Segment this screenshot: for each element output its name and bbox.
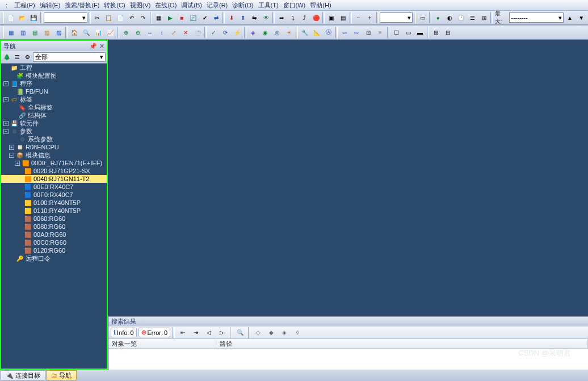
sr-b4-icon[interactable]: ◊	[292, 327, 303, 338]
t2-27-icon[interactable]: ⇦	[339, 27, 350, 38]
upload-icon[interactable]: ⬆	[238, 12, 249, 23]
tree-item[interactable]: 🟫00A0:RG60	[1, 231, 107, 238]
expand-icon[interactable]: +	[3, 121, 9, 126]
t2-11-icon[interactable]: ⊖	[132, 27, 144, 38]
expand-icon[interactable]: +	[9, 145, 14, 150]
tree-item[interactable]: +💾软元件	[1, 119, 107, 127]
expand-icon[interactable]: −	[9, 153, 14, 158]
redo-icon[interactable]: ↷	[138, 12, 149, 23]
sr-prev-icon[interactable]: ⇤	[177, 327, 188, 338]
menu-item[interactable]: 搜索/替换(F)	[62, 1, 102, 10]
status-tab-connection[interactable]: 🔌 连接目标	[1, 370, 45, 380]
tree-item[interactable]: 🟫0120:RG60	[1, 246, 107, 254]
list-icon[interactable]: ☰	[467, 12, 478, 23]
max-up-icon[interactable]: ▲	[564, 12, 575, 23]
t2-14-icon[interactable]: ⤢	[168, 27, 179, 38]
tree-item[interactable]: 🟫00C0:RG60	[1, 238, 107, 246]
t2-6-icon[interactable]: 🏠	[69, 27, 80, 38]
t2-12-icon[interactable]: ↔	[144, 27, 156, 38]
tree-item[interactable]: 🟫0060:RG60	[1, 215, 107, 223]
menu-item[interactable]: 编辑(E)	[37, 1, 63, 10]
expand-icon[interactable]: +	[3, 81, 9, 86]
menu-item[interactable]: 记录(R)	[204, 1, 230, 10]
error-badge[interactable]: ⊗ Error:0	[138, 328, 171, 337]
tree-item[interactable]: 🟨0110:RY40NT5P	[1, 207, 107, 215]
t2-31-icon[interactable]: ☐	[390, 27, 402, 38]
menu-item[interactable]: 在线(O)	[153, 1, 179, 10]
col-object[interactable]: 对象一览	[108, 339, 216, 348]
t2-2-icon[interactable]: ▥	[17, 27, 28, 38]
status-tab-nav[interactable]: 🗂 导航	[46, 370, 77, 380]
t2-4-icon[interactable]: ▧	[41, 27, 52, 38]
tree-item[interactable]: 🔑远程口令	[1, 254, 107, 262]
menu-item[interactable]: 转换(C)	[102, 1, 127, 10]
menu-item[interactable]: 调试(B)	[179, 1, 204, 10]
sr-fwd-icon[interactable]: ▷	[216, 327, 228, 338]
download-icon[interactable]: ⬇	[226, 12, 237, 23]
max-dropdown[interactable]: --------▾	[509, 12, 564, 23]
sr-find-icon[interactable]: 🔍	[234, 327, 246, 338]
pause-icon[interactable]: ◐	[444, 12, 455, 23]
breakpoint-icon[interactable]: 🔴	[310, 12, 321, 23]
t2-28-icon[interactable]: ⇨	[351, 27, 362, 38]
max-down-icon[interactable]: ▼	[576, 12, 587, 23]
t2-9-icon[interactable]: 📈	[104, 27, 116, 38]
t2-21-icon[interactable]: ◉	[259, 27, 271, 38]
t2-17-icon[interactable]: ✓	[208, 27, 219, 38]
grid-icon[interactable]: ▦	[153, 12, 164, 23]
sr-next-icon[interactable]: ⇥	[190, 327, 201, 338]
sync-icon[interactable]: ⇄	[211, 12, 221, 23]
rect-icon[interactable]: ▭	[417, 12, 428, 23]
cut-icon[interactable]: ✂	[92, 12, 103, 23]
nav-filter-select[interactable]: 全部▾	[33, 52, 106, 62]
nav-tree-icon[interactable]: 🌲	[2, 53, 11, 62]
undo-icon[interactable]: ↶	[126, 12, 137, 23]
tree-item[interactable]: 🟧0040:RJ71GN11-T2	[1, 175, 107, 183]
open-icon[interactable]: 📂	[16, 12, 27, 23]
menu-item[interactable]: 工具(T)	[256, 1, 281, 10]
nav-list-icon[interactable]: ☰	[12, 53, 22, 62]
t2-24-icon[interactable]: 🔧	[299, 27, 310, 38]
t2-32-icon[interactable]: ▭	[402, 27, 414, 38]
window-tile-icon[interactable]: ▣	[326, 12, 337, 23]
t2-30-icon[interactable]: ≡	[375, 27, 386, 38]
compare-icon[interactable]: ⇋	[249, 12, 260, 23]
t2-5-icon[interactable]: ▨	[53, 27, 64, 38]
tree-item[interactable]: 📗FB/FUN	[1, 87, 107, 95]
tree-item[interactable]: −📦模块信息	[1, 151, 107, 159]
sr-back-icon[interactable]: ◁	[203, 327, 215, 338]
t2-26-icon[interactable]: Ⓐ	[323, 27, 334, 38]
paste-icon[interactable]: 📄	[115, 12, 125, 23]
menu-item[interactable]: 诊断(D)	[230, 1, 255, 10]
rebuild-icon[interactable]: 🔄	[188, 12, 199, 23]
t2-25-icon[interactable]: 📐	[311, 27, 322, 38]
nav-gear-icon[interactable]: ⚙	[23, 53, 32, 62]
tree-item[interactable]: +🟧0000:_RJ71EN71(E+IEF)	[1, 159, 107, 167]
tree-item[interactable]: +🔲R08ENCPU	[1, 143, 107, 151]
t2-15-icon[interactable]: ✕	[180, 27, 191, 38]
t2-16-icon[interactable]: ⬚	[192, 27, 203, 38]
menu-item[interactable]: 窗口(W)	[281, 1, 308, 10]
tree-item[interactable]: +📘程序	[1, 79, 107, 87]
tree-item[interactable]: 🟧0020:RJ71GP21-SX	[1, 167, 107, 175]
menu-item[interactable]: 帮助(H)	[308, 1, 333, 10]
tree-item[interactable]: 🔖全局标签	[1, 103, 107, 111]
tree-item[interactable]: −⚙参数	[1, 127, 107, 135]
sr-b3-icon[interactable]: ◈	[279, 327, 290, 338]
t2-35-icon[interactable]: ⊟	[442, 27, 453, 38]
build-icon[interactable]: ▶	[165, 12, 175, 23]
monitor-icon[interactable]: 👁	[261, 12, 271, 23]
props-icon[interactable]: ⊞	[478, 12, 489, 23]
expand-icon[interactable]: −	[3, 97, 9, 102]
sr-b1-icon[interactable]: ◇	[253, 327, 264, 338]
menu-item[interactable]: 工程(P)	[12, 1, 37, 10]
clock-icon[interactable]: 🕐	[456, 12, 467, 23]
t2-7-icon[interactable]: 🔍	[81, 27, 92, 38]
t2-23-icon[interactable]: ☀	[283, 27, 295, 38]
nav-tree[interactable]: 📁工程🧩模块配置图+📘程序📗FB/FUN−🏷标签🔖全局标签🔗结构体+💾软元件−⚙…	[1, 64, 107, 369]
menu-item[interactable]: 视图(V)	[128, 1, 153, 10]
debug-step-icon[interactable]: ➡	[276, 12, 287, 23]
t2-13-icon[interactable]: ↕	[156, 27, 167, 38]
tree-item[interactable]: 🟦00E0:RX40C7	[1, 183, 107, 191]
t2-33-icon[interactable]: ▬	[414, 27, 426, 38]
